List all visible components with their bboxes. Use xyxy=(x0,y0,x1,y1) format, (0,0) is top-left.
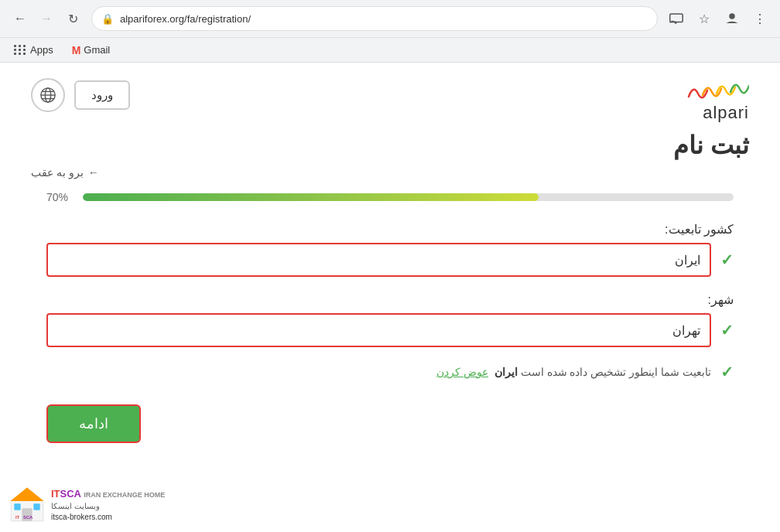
browser-chrome: ← → ↻ 🔒 alpariforex.org/fa/registration/… xyxy=(0,0,780,63)
svg-text:IT: IT xyxy=(15,515,20,520)
back-text[interactable]: برو به عقب xyxy=(31,166,84,179)
itsca-watermark: IT SCA ITSCA IRAN EXCHANGE HOME وبسایت ا… xyxy=(8,486,165,524)
itsca-text-block: ITSCA IRAN EXCHANGE HOME وبسایت اینسکا i… xyxy=(51,487,165,523)
back-link: ← برو به عقب xyxy=(31,166,749,179)
apps-label: Apps xyxy=(30,44,53,56)
login-button[interactable]: ورود xyxy=(74,80,130,110)
nationality-input[interactable] xyxy=(46,243,711,277)
back-arrow-icon: ← xyxy=(88,166,99,179)
back-button[interactable]: ← xyxy=(9,8,31,29)
forward-button[interactable]: → xyxy=(36,8,57,29)
alpari-wave-svg xyxy=(687,78,749,100)
auto-detect-row: ✓ تابعیت شما اینطور تشخیص داده شده است ا… xyxy=(31,363,749,381)
language-button[interactable] xyxy=(31,78,65,112)
page-content: ورود alpari ثبت نام xyxy=(0,63,780,532)
lock-icon: 🔒 xyxy=(101,13,114,25)
auto-detect-checkmark: ✓ xyxy=(720,363,734,381)
auto-detect-text: تابعیت شما اینطور تشخیص داده شده است ایر… xyxy=(436,366,711,378)
browser-toolbar: ← → ↻ 🔒 alpariforex.org/fa/registration/… xyxy=(0,0,780,37)
svg-point-2 xyxy=(729,13,735,19)
city-label: شهر: xyxy=(46,292,734,307)
cast-button[interactable] xyxy=(665,8,687,29)
nationality-field-row: ✓ xyxy=(46,243,734,277)
itsca-site-label: وبسایت اینسکا xyxy=(51,501,165,512)
city-checkmark: ✓ xyxy=(720,321,734,339)
progress-label: 70% xyxy=(46,191,74,203)
alpari-waves xyxy=(687,78,749,100)
nav-buttons: ← → ↻ xyxy=(9,8,84,29)
nationality-checkmark: ✓ xyxy=(720,251,734,269)
continue-button-row: ادامه xyxy=(31,404,749,443)
progress-bar-track xyxy=(83,193,734,201)
svg-point-1 xyxy=(676,22,677,24)
nationality-label: کشور تابعیت: xyxy=(46,222,734,237)
city-input[interactable] xyxy=(46,313,711,347)
url-text: alpariforex.org/fa/registration/ xyxy=(120,13,251,25)
reload-button[interactable]: ↻ xyxy=(62,8,84,29)
apps-grid-icon xyxy=(14,45,26,55)
gmail-icon: M xyxy=(72,44,81,56)
bookmarks-bar: Apps M Gmail xyxy=(0,37,780,62)
itsca-brand: ITSCA IRAN EXCHANGE HOME xyxy=(51,487,165,501)
bookmark-button[interactable]: ☆ xyxy=(693,8,715,29)
toolbar-actions: ☆ ⋮ xyxy=(665,8,771,29)
itsca-url: itsca-brokers.com xyxy=(51,512,165,523)
gmail-label: Gmail xyxy=(84,44,110,56)
alpari-logo: alpari xyxy=(687,78,749,123)
continue-button[interactable]: ادامه xyxy=(46,404,141,443)
svg-marker-12 xyxy=(10,488,43,502)
svg-text:SCA: SCA xyxy=(23,515,33,520)
nationality-section: کشور تابعیت: ✓ xyxy=(31,222,749,277)
change-link[interactable]: عوض کردن xyxy=(436,366,488,378)
city-field-row: ✓ xyxy=(46,313,734,347)
header-left: ورود xyxy=(31,78,130,112)
progress-bar-fill xyxy=(83,193,539,201)
progress-section: 70% xyxy=(31,191,749,203)
city-section: شهر: ✓ xyxy=(31,292,749,347)
form-container: ثبت نام ← برو به عقب 70% کشور تابعیت: ✓ … xyxy=(15,131,765,443)
page-header: ورود alpari xyxy=(15,63,765,123)
page-title: ثبت نام xyxy=(31,131,749,160)
profile-button[interactable] xyxy=(721,8,743,29)
itsca-logo-svg: IT SCA xyxy=(8,486,46,524)
apps-bookmark[interactable]: Apps xyxy=(9,43,58,57)
address-bar[interactable]: 🔒 alpariforex.org/fa/registration/ xyxy=(91,6,658,31)
svg-rect-11 xyxy=(33,503,39,510)
menu-button[interactable]: ⋮ xyxy=(749,8,771,29)
svg-rect-10 xyxy=(14,503,20,510)
gmail-bookmark[interactable]: M Gmail xyxy=(67,43,115,58)
alpari-text: alpari xyxy=(687,103,749,123)
